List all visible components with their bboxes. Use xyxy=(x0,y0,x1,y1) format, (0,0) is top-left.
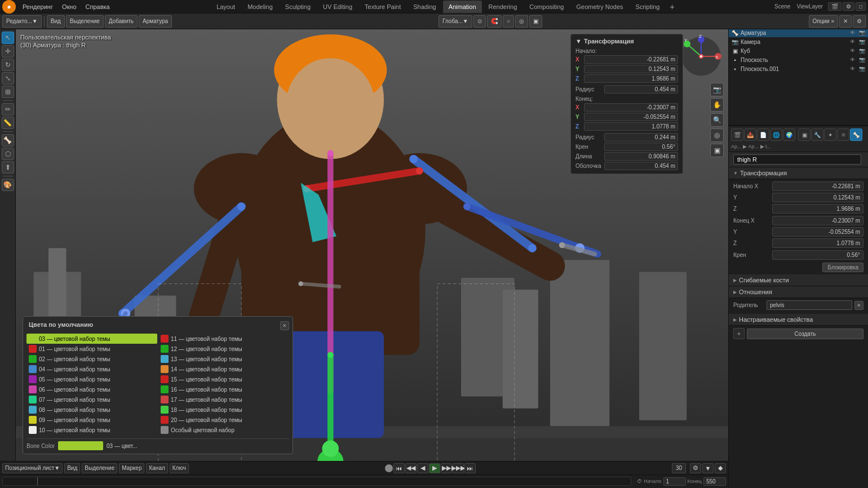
tab-rendering[interactable]: Rendering xyxy=(483,1,523,13)
tool-extrude[interactable]: ⬆ xyxy=(2,161,14,174)
tab-animation[interactable]: Animation xyxy=(443,1,482,13)
start-y-value[interactable]: 0.12543 m xyxy=(584,65,678,73)
view-btn[interactable]: Вид xyxy=(47,15,65,28)
zoom-btn[interactable]: 🔍 xyxy=(710,113,724,127)
end-z-field[interactable]: 1.0778 m xyxy=(772,238,863,248)
menu-window[interactable]: Окно xyxy=(57,0,81,13)
end-radius-value[interactable]: 0.244 m xyxy=(604,133,678,141)
armature-btn[interactable]: Арматура xyxy=(139,15,172,28)
end-z-value[interactable]: 1.0778 m xyxy=(584,122,678,131)
start-frame-input[interactable]: 1 xyxy=(663,477,686,486)
settings-overlay-btn[interactable]: ⚙ xyxy=(853,15,866,28)
camera-view-btn[interactable]: 📷 xyxy=(710,83,724,96)
end-y-field[interactable]: -0.052554 m xyxy=(772,227,863,237)
lock-button[interactable]: Блокировка xyxy=(822,263,863,272)
jump-to-end-btn[interactable]: ⏭ xyxy=(464,463,476,473)
tab-geometry-nodes[interactable]: Geometry Nodes xyxy=(570,1,628,13)
end-x-field[interactable]: -0.23007 m xyxy=(772,216,863,225)
output-props-tab[interactable]: 📤 xyxy=(744,128,756,141)
tl-marker-add-btn[interactable]: ◆ xyxy=(715,463,726,473)
outliner-item-plane2[interactable]: ▪ Плоскость.001 👁 📷 xyxy=(729,64,868,73)
snap-btn[interactable]: 🧲 xyxy=(487,15,502,28)
cp-item-20[interactable]: 20 — цветовой набор темы xyxy=(158,415,289,425)
action-list-btn[interactable]: Позиционный лист ▼ xyxy=(2,463,63,473)
tl-filter-btn[interactable]: ▼ xyxy=(702,463,714,473)
physics-tab[interactable]: ⚛ xyxy=(837,128,849,141)
tool-paint[interactable]: 🎨 xyxy=(2,179,14,191)
render-icon-btn[interactable]: 🎬 xyxy=(828,2,842,11)
outliner-item-plane1[interactable]: ▪ Плоскость 👁 📷 xyxy=(729,55,868,64)
start-x-value[interactable]: -0.22681 m xyxy=(584,55,678,64)
proportional-btn[interactable]: ○ xyxy=(503,15,514,28)
scene-settings-btn[interactable]: ⚙ xyxy=(843,2,854,11)
tab-modeling[interactable]: Modeling xyxy=(242,1,278,13)
global-dropdown[interactable]: Глоба... ▼ xyxy=(439,15,472,28)
editor-type-btn[interactable]: Редакто... ▼ xyxy=(2,15,42,28)
hand-btn[interactable]: ✋ xyxy=(710,98,724,112)
cp-item-15[interactable]: 15 — цветовой набор темы xyxy=(158,374,289,384)
plane2-render-vis[interactable]: 📷 xyxy=(858,65,866,73)
scene-props-tab[interactable]: 🌐 xyxy=(770,128,782,141)
tool-bone-roll[interactable]: 🦴 xyxy=(2,134,14,147)
tool-scale[interactable]: ⤡ xyxy=(2,72,14,85)
tab-compositing[interactable]: Compositing xyxy=(524,1,569,13)
next-frame-btn[interactable]: ▶▶▶ xyxy=(453,463,464,473)
cp-item-03[interactable]: 03 — цветовой набор темы xyxy=(26,334,157,344)
bone-name-input[interactable] xyxy=(733,154,861,165)
selection-btn[interactable]: Выделение xyxy=(66,15,104,28)
world-props-tab[interactable]: 🌍 xyxy=(783,128,795,141)
cp-item-05[interactable]: 05 — цветовой набор темы xyxy=(26,374,157,384)
cp-item-02[interactable]: 02 — цветовой набор темы xyxy=(26,354,157,364)
xray-btn[interactable]: ▣ xyxy=(529,15,542,28)
cp-item-special[interactable]: Особый цветовой набор xyxy=(158,425,289,435)
cp-item-06[interactable]: 06 — цветовой набор темы xyxy=(26,384,157,394)
radius-value[interactable]: 0.454 m xyxy=(604,85,678,94)
armature-vis-btn[interactable]: 👁 xyxy=(848,29,856,37)
tl-view-btn[interactable]: Вид xyxy=(64,463,80,473)
step-back-btn[interactable]: ◀ xyxy=(417,463,428,473)
tool-rotate[interactable]: ↻ xyxy=(2,59,14,71)
cp-item-09[interactable]: 09 — цветовой набор темы xyxy=(26,415,157,425)
object-props-tab[interactable]: ▣ xyxy=(798,128,811,141)
tool-annotate[interactable]: ✏ xyxy=(2,103,14,116)
relations-section-header[interactable]: ▶ Отношения xyxy=(729,286,868,298)
envelope-value[interactable]: 0.454 m xyxy=(604,162,678,170)
cp-item-18[interactable]: 18 — цветовой набор темы xyxy=(158,405,289,415)
bone-color-swatch[interactable] xyxy=(58,441,103,450)
length-value[interactable]: 0.90846 m xyxy=(604,152,678,161)
cp-close-btn[interactable]: ✕ xyxy=(280,321,289,330)
menu-rendering[interactable]: Рендеринг xyxy=(18,0,57,13)
current-frame-display[interactable]: 30 xyxy=(672,463,686,473)
tool-measure[interactable]: 📏 xyxy=(2,117,14,129)
custom-props-header[interactable]: ▶ Настраиваемые свойства xyxy=(729,314,868,326)
cp-item-16[interactable]: 16 — цветовой набор темы xyxy=(158,384,289,394)
roll-field[interactable]: 0.56° xyxy=(772,250,863,260)
timeline-scrubbar[interactable] xyxy=(2,477,631,486)
bone-tab[interactable]: 🦴 xyxy=(850,128,862,141)
tool-bone-size[interactable]: ⬡ xyxy=(2,148,14,160)
tool-cursor[interactable]: ↖ xyxy=(2,32,14,44)
tab-sculpting[interactable]: Sculpting xyxy=(280,1,316,13)
plane1-vis-btn[interactable]: 👁 xyxy=(848,56,856,64)
camera-render-vis[interactable]: 📷 xyxy=(858,38,866,46)
jump-to-start-btn[interactable]: ⏮ xyxy=(393,463,405,473)
outliner-item-cube[interactable]: ▣ Куб 👁 📷 xyxy=(729,46,868,55)
cp-item-11[interactable]: 11 — цветовой набор темы xyxy=(158,334,289,344)
play-btn[interactable]: ▶ xyxy=(429,463,440,473)
options-btn[interactable]: Опции » xyxy=(809,15,838,28)
cube-render-vis[interactable]: 📷 xyxy=(858,47,866,55)
close-overlay-btn[interactable]: ✕ xyxy=(839,15,852,28)
render-mode-btn[interactable]: ◎ xyxy=(710,128,724,142)
tool-move[interactable]: ✛ xyxy=(2,45,14,57)
outliner-item-armature[interactable]: 🦴 Арматура 👁 📷 xyxy=(729,28,868,37)
cp-item-07[interactable]: 07 — цветовой набор темы xyxy=(26,394,157,405)
view-layer-tab[interactable]: 📄 xyxy=(757,128,769,141)
cp-item-17[interactable]: 17 — цветовой набор темы xyxy=(158,394,289,405)
transform-panel-header[interactable]: ▼ Трансформация xyxy=(575,38,678,45)
tl-marker-btn[interactable]: Маркер xyxy=(119,463,144,473)
tl-selection-btn[interactable]: Выделение xyxy=(82,463,117,473)
cp-item-10[interactable]: 10 — цветовой набор темы xyxy=(26,425,157,435)
step-fwd-btn[interactable]: ▶▶ xyxy=(441,463,452,473)
camera-vis-btn[interactable]: 👁 xyxy=(848,38,856,46)
transform-section-header[interactable]: ▼ Трансформация xyxy=(729,167,868,179)
